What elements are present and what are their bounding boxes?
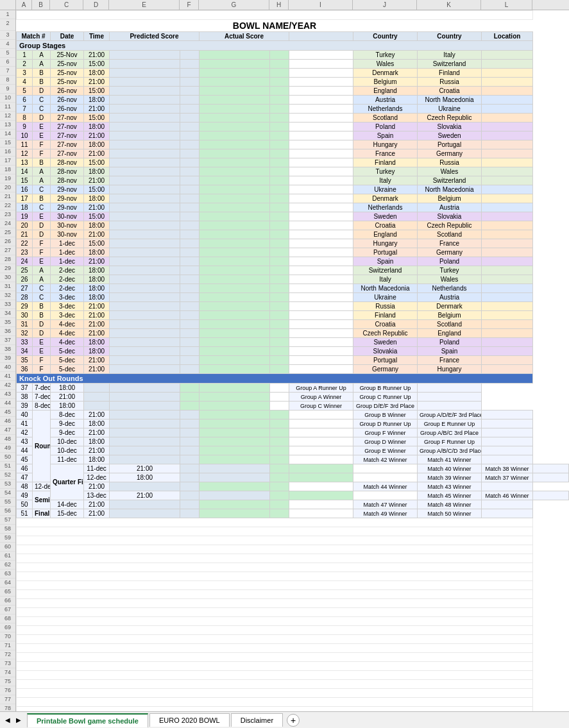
table-row: 22F1-dec15:00HungaryFrance bbox=[17, 239, 569, 248]
table-row: 46Quarter Finals11-dec21:00Match 40 Winn… bbox=[17, 464, 569, 473]
table-row: 10E27-nov21:00SpainSweden bbox=[17, 131, 569, 140]
table-row: 19E30-nov15:00SwedenSlovakia bbox=[17, 212, 569, 221]
table-row: 14A28-nov18:00TurkeyWales bbox=[17, 167, 569, 176]
col-header-j: J bbox=[353, 0, 417, 10]
round-label: Final bbox=[33, 509, 51, 518]
row-num-53: 53 bbox=[0, 480, 15, 489]
row-num-25: 25 bbox=[0, 228, 15, 237]
col-header-f: F bbox=[180, 0, 199, 10]
table-row: 31D4-dec21:00CroatiaScotland bbox=[17, 320, 569, 329]
tab-printable[interactable]: Printable Bowl game schedule bbox=[27, 713, 148, 727]
row-num-27: 27 bbox=[0, 246, 15, 255]
row-num-39: 39 bbox=[0, 354, 15, 363]
row-num-76: 76 bbox=[0, 686, 15, 695]
row-numbers: 1234567891011121314151617181920212223242… bbox=[0, 10, 16, 728]
row-num-58: 58 bbox=[0, 525, 15, 534]
row-num-46: 46 bbox=[0, 417, 15, 426]
table-row: 20D30-nov18:00CroatiaCzech Republic bbox=[17, 221, 569, 230]
row-num-73: 73 bbox=[0, 659, 15, 668]
col-header-i: I bbox=[289, 0, 353, 10]
row-num-56: 56 bbox=[0, 507, 15, 516]
table-row: 13B28-nov15:00FinlandRussia bbox=[17, 158, 569, 167]
table-row: 7C26-nov21:00NetherlandsUkraine bbox=[17, 105, 569, 114]
row-num-7: 7 bbox=[0, 67, 15, 76]
row-num-47: 47 bbox=[0, 426, 15, 435]
table-row: 8D27-nov15:00ScotlandCzech Republic bbox=[17, 114, 569, 123]
row-num-32: 32 bbox=[0, 291, 15, 300]
table-row: 11F27-nov18:00HungaryPortugal bbox=[17, 140, 569, 149]
spreadsheet: A B C D E F G H I J K L 1234567891011121… bbox=[0, 0, 569, 728]
row-num-1: 1 bbox=[0, 10, 15, 19]
table-row: 398-dec18:00Group C WinnerGroup D/E/F 3r… bbox=[17, 402, 569, 411]
table-row: 26A2-dec18:00ItalyWales bbox=[17, 275, 569, 284]
row-num-34: 34 bbox=[0, 309, 15, 318]
table-row: 377-dec18:00Group A Runner UpGroup B Run… bbox=[17, 384, 569, 393]
col-header-c: C bbox=[50, 0, 83, 10]
row-num-30: 30 bbox=[0, 273, 15, 282]
table-row: 49Semi Finals13-dec21:00Match 45 WinnerM… bbox=[17, 491, 569, 500]
row-num-40: 40 bbox=[0, 363, 15, 372]
row-num-16: 16 bbox=[0, 148, 15, 157]
table-row: 35F5-dec21:00PortugalFrance bbox=[17, 356, 569, 365]
add-tab-button[interactable]: + bbox=[287, 714, 300, 727]
knockout-header-row: Knock Out Rounds bbox=[17, 374, 569, 384]
row-num-65: 65 bbox=[0, 588, 15, 597]
row-num-10: 10 bbox=[0, 94, 15, 103]
table-row: 29B3-dec21:00RussiaDenmark bbox=[17, 302, 569, 311]
table-row: 4B25-nov21:00BelgiumRussia bbox=[17, 78, 569, 87]
row-num-23: 23 bbox=[0, 210, 15, 219]
row-num-18: 18 bbox=[0, 165, 15, 174]
nav-left[interactable]: ◀ bbox=[3, 715, 12, 725]
row-num-41: 41 bbox=[0, 372, 15, 381]
col-header-k: K bbox=[417, 0, 481, 10]
table-row: 16C29-nov15:00UkraineNorth Macedonia bbox=[17, 185, 569, 194]
row-num-75: 75 bbox=[0, 677, 15, 686]
table-row: 429-dec21:00Group F WinnerGroup A/B/C 3r… bbox=[17, 428, 569, 437]
col-header-a: A bbox=[16, 0, 32, 10]
row-num-38: 38 bbox=[0, 345, 15, 354]
table-row: 4712-dec18:00Match 39 WinnerMatch 37 Win… bbox=[17, 473, 569, 482]
table-row: 30B3-dec21:00FinlandBelgium bbox=[17, 311, 569, 320]
row-num-35: 35 bbox=[0, 318, 15, 327]
nav-arrows[interactable]: ◀ ▶ bbox=[3, 715, 23, 725]
row-num-61: 61 bbox=[0, 552, 15, 561]
row-num-44: 44 bbox=[0, 399, 15, 408]
table-row: 419-dec18:00Group D Runner UpGroup E Run… bbox=[17, 419, 569, 428]
row-num-43: 43 bbox=[0, 390, 15, 399]
row-num-17: 17 bbox=[0, 157, 15, 165]
col-header-e: E bbox=[109, 0, 180, 10]
table-row: 3B25-nov18:00DenmarkFinland bbox=[17, 69, 569, 78]
tab-euro2020[interactable]: EURO 2020 BOWL bbox=[149, 713, 230, 727]
table-row: 5014-dec21:00Match 47 WinnerMatch 48 Win… bbox=[17, 500, 569, 509]
table-row: 40Round of 168-dec21:00Group B WinnerGro… bbox=[17, 411, 569, 419]
row-num-5: 5 bbox=[0, 49, 15, 58]
table-row: 9E27-nov18:00PolandSlovakia bbox=[17, 123, 569, 131]
row-num-6: 6 bbox=[0, 58, 15, 67]
row-num-71: 71 bbox=[0, 641, 15, 650]
table-row: 387-dec21:00Group A WinnerGroup C Runner… bbox=[17, 393, 569, 402]
row-num-33: 33 bbox=[0, 300, 15, 309]
row-num-68: 68 bbox=[0, 614, 15, 623]
table-row: 27C2-dec18:00North MacedoniaNetherlands bbox=[17, 284, 569, 293]
row-num-8: 8 bbox=[0, 76, 15, 85]
row-num-63: 63 bbox=[0, 570, 15, 579]
table-row: 28C3-dec18:00UkraineAustria bbox=[17, 293, 569, 302]
column-headers: A B C D E F G H I J K L bbox=[0, 0, 569, 10]
col-header-g: G bbox=[199, 0, 269, 10]
nav-right[interactable]: ▶ bbox=[14, 715, 23, 725]
table-row: 12F27-nov21:00FranceGermany bbox=[17, 149, 569, 158]
row-num-60: 60 bbox=[0, 543, 15, 552]
row-num-4: 4 bbox=[0, 40, 15, 49]
table-row: 33E4-dec18:00SwedenPoland bbox=[17, 338, 569, 347]
row-num-77: 77 bbox=[0, 695, 15, 704]
table-row: 23F1-dec18:00PortugalGermany bbox=[17, 248, 569, 257]
table-row: 34E5-dec18:00SlovakiaSpain bbox=[17, 347, 569, 356]
round-label: Quarter Finals bbox=[51, 464, 84, 500]
tab-disclaimer[interactable]: Disclaimer bbox=[231, 713, 283, 727]
col-header-h: H bbox=[269, 0, 289, 10]
group-stages-header-row: Group Stages bbox=[17, 41, 569, 51]
row-num-15: 15 bbox=[0, 139, 15, 148]
row-num-48: 48 bbox=[0, 435, 15, 444]
table-row: 32D4-dec21:00Czech RepublicEngland bbox=[17, 329, 569, 338]
row-num-26: 26 bbox=[0, 237, 15, 246]
